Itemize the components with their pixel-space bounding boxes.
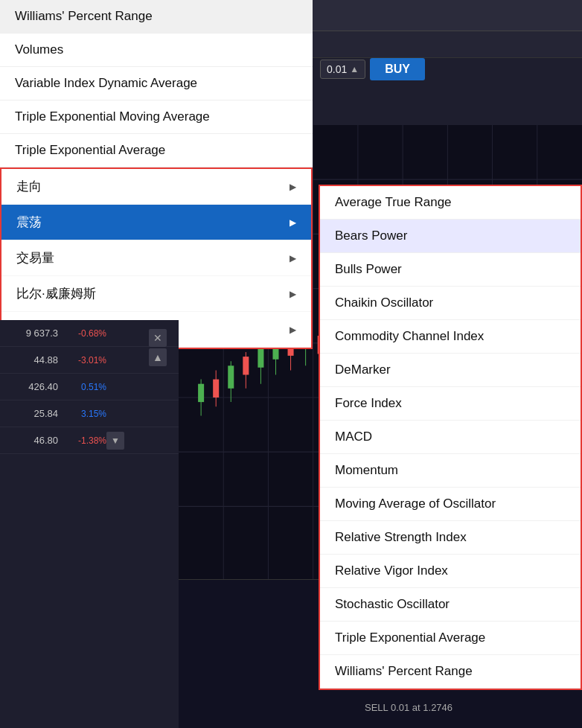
oscillator-rvi[interactable]: Relative Vigor Index <box>320 555 581 588</box>
amount-input[interactable]: 0.01 ▲ <box>320 60 365 79</box>
oscillator-cci[interactable]: Commodity Channel Index <box>320 320 581 354</box>
market-row-3: 25.84 3.15% <box>0 400 179 427</box>
oscillator-chaikin[interactable]: Chaikin Oscillator <box>320 287 581 320</box>
submenu-custom-arrow: ▶ <box>290 325 296 335</box>
oscillator-demarker[interactable]: DeMarker <box>320 354 581 387</box>
svg-rect-24 <box>213 380 219 397</box>
svg-rect-22 <box>198 384 204 402</box>
buy-area: 0.01 ▲ BUY <box>320 58 425 80</box>
menu-item-tema[interactable]: Triple Exponential Moving Average <box>0 100 313 134</box>
oscillator-bears-power[interactable]: Bears Power <box>320 220 581 253</box>
svg-rect-26 <box>228 365 234 389</box>
submenu-item-williams-cn[interactable]: 比尔·威廉姆斯 ▶ <box>1 276 311 312</box>
oscillator-force[interactable]: Force Index <box>320 387 581 421</box>
top-menu-list: Williams' Percent Range Volumes Variable… <box>0 0 313 167</box>
market-price-0: 9 637.3 <box>6 328 58 339</box>
market-change-0: -0.68% <box>58 328 106 339</box>
submenu-williams-cn-label: 比尔·威廉姆斯 <box>16 285 96 302</box>
buy-button[interactable]: BUY <box>370 58 425 80</box>
left-menu-panel: Williams' Percent Range Volumes Variable… <box>0 0 313 349</box>
sell-label: SELL 0.01 at 1.2746 <box>365 702 453 713</box>
submenu-oscillator-arrow: ▶ <box>290 217 296 228</box>
oscillator-mao[interactable]: Moving Average of Oscillator <box>320 488 581 521</box>
oscillator-triple-exp[interactable]: Triple Exponential Average <box>320 622 581 655</box>
market-change-3: 3.15% <box>58 409 106 419</box>
svg-rect-28 <box>243 357 249 374</box>
market-price-3: 25.84 <box>6 408 58 419</box>
submenu-trend-label: 走向 <box>16 178 42 195</box>
market-price-2: 426.40 <box>6 381 58 392</box>
menu-item-williams[interactable]: Williams' Percent Range <box>0 0 313 33</box>
market-price-1: 44.88 <box>6 354 58 365</box>
amount-up-arrow[interactable]: ▲ <box>350 64 359 74</box>
oscillator-atr[interactable]: Average True Range <box>320 186 581 220</box>
amount-value: 0.01 <box>327 63 347 75</box>
submenu-volume-label: 交易量 <box>16 249 54 266</box>
submenu-item-volume[interactable]: 交易量 ▶ <box>1 240 311 276</box>
oscillator-stochastic[interactable]: Stochastic Oscillator <box>320 588 581 622</box>
submenu-trend-arrow: ▶ <box>290 182 296 192</box>
submenu-williams-cn-arrow: ▶ <box>290 289 296 299</box>
submenu-oscillator-label: 震荡 <box>16 214 42 231</box>
market-change-2: 0.51% <box>58 382 106 392</box>
market-change-4: -1.38% <box>58 435 106 446</box>
market-change-1: -3.01% <box>58 355 106 365</box>
scroll-down-button[interactable]: ▼ <box>106 432 124 450</box>
menu-item-vida[interactable]: Variable Index Dynamic Average <box>0 67 313 100</box>
market-price-4: 46.80 <box>6 435 58 446</box>
oscillators-submenu: Average True Range Bears Power Bulls Pow… <box>319 185 582 690</box>
submenu-volume-arrow: ▶ <box>290 253 296 264</box>
oscillator-momentum[interactable]: Momentum <box>320 454 581 488</box>
market-row-4: 46.80 -1.38% ▼ <box>0 427 179 454</box>
oscillator-bulls-power[interactable]: Bulls Power <box>320 253 581 287</box>
submenu-item-oscillator[interactable]: 震荡 ▶ <box>1 205 311 240</box>
close-panel-button[interactable]: ✕ <box>149 329 167 347</box>
scroll-up-button[interactable]: ▲ <box>149 348 167 366</box>
market-row-2: 426.40 0.51% <box>0 374 179 400</box>
submenu-item-trend[interactable]: 走向 ▶ <box>1 169 311 205</box>
oscillator-macd[interactable]: MACD <box>320 421 581 454</box>
svg-rect-30 <box>258 348 263 368</box>
oscillator-williams-pct[interactable]: Williams' Percent Range <box>320 655 581 689</box>
oscillator-rsi[interactable]: Relative Strength Index <box>320 521 581 555</box>
menu-item-volumes[interactable]: Volumes <box>0 33 313 67</box>
menu-item-tea[interactable]: Triple Exponential Average <box>0 134 313 167</box>
